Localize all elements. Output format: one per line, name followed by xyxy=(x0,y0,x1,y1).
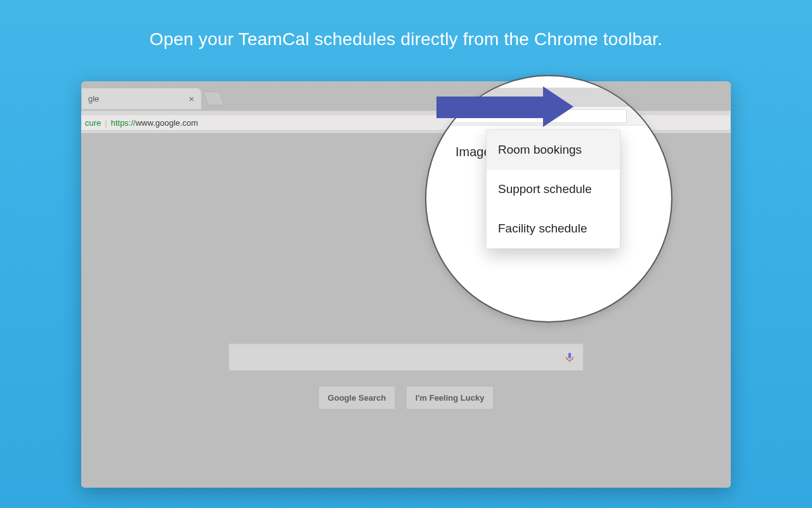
teamcal-extension-icon[interactable] xyxy=(625,92,641,106)
search-input[interactable] xyxy=(228,343,584,371)
url-scheme: https:// xyxy=(111,118,136,128)
menu-item-room-bookings[interactable]: Room bookings xyxy=(487,130,620,170)
url-host: www.google.com xyxy=(136,118,198,128)
address-bar-bright[interactable] xyxy=(425,109,627,123)
svg-rect-4 xyxy=(629,98,632,100)
secure-label: cure xyxy=(85,118,101,128)
svg-rect-7 xyxy=(632,102,636,104)
svg-rect-5 xyxy=(632,98,636,100)
feeling-lucky-button[interactable]: I'm Feeling Lucky xyxy=(406,386,494,410)
tab-strip-bright xyxy=(426,88,671,107)
svg-rect-0 xyxy=(568,353,572,359)
tab-title: gle xyxy=(88,94,187,104)
separator-icon: | xyxy=(105,118,107,128)
promo-headline: Open your TeamCal schedules directly fro… xyxy=(0,29,812,50)
spotlight: Image Room bookings Support schedule Fac… xyxy=(425,75,672,323)
new-tab-button[interactable] xyxy=(203,91,225,105)
chrome-menu-icon[interactable] xyxy=(648,93,658,105)
menu-item-support-schedule[interactable]: Support schedule xyxy=(487,170,620,209)
toolbar-bright xyxy=(426,107,671,126)
svg-rect-6 xyxy=(629,102,632,104)
menu-item-facility-schedule[interactable]: Facility schedule xyxy=(487,209,620,248)
svg-rect-2 xyxy=(627,93,639,105)
extension-popup: Room bookings Support schedule Facility … xyxy=(486,130,620,249)
browser-tab[interactable]: gle × xyxy=(81,88,202,109)
google-search-button[interactable]: Google Search xyxy=(318,386,396,410)
close-icon[interactable]: × xyxy=(187,95,196,104)
mic-icon[interactable] xyxy=(564,350,575,365)
